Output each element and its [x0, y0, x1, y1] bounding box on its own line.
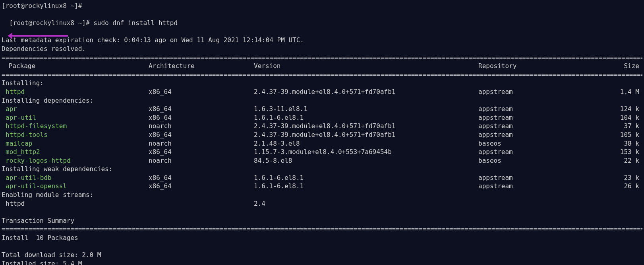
header-package: Package	[2, 62, 149, 70]
package-name: mod_http2	[2, 148, 149, 156]
package-repo: appstream	[478, 131, 580, 139]
package-repo: appstream	[478, 113, 580, 122]
command-text: sudo dnf install httpd	[93, 19, 178, 27]
metadata-line: Last metadata expiration check: 0:04:13 …	[2, 36, 642, 45]
package-size: 1.4 M	[580, 88, 642, 96]
package-arch: x86_64	[149, 182, 254, 191]
package-name: rocky-logos-httpd	[2, 156, 149, 165]
package-size: 124 k	[580, 105, 642, 113]
group-weak: Installing weak dependencies:	[2, 165, 642, 173]
table-row: mailcapnoarch2.1.48-3.el8baseos38 k	[2, 139, 642, 148]
header-arch: Architecture	[149, 62, 254, 70]
package-name: apr-util-bdb	[2, 173, 149, 182]
package-repo: appstream	[478, 122, 580, 131]
package-name: apr-util-openssl	[2, 182, 149, 191]
blank-line	[2, 242, 642, 251]
package-size: 23 k	[580, 173, 642, 182]
package-repo: appstream	[478, 173, 580, 182]
group-streams: Enabling module streams:	[2, 191, 642, 199]
package-repo: appstream	[478, 148, 580, 156]
package-size: 38 k	[580, 139, 642, 148]
package-name: httpd-filesystem	[2, 122, 149, 131]
table-row: rocky-logos-httpdnoarch84.5-8.el8baseos2…	[2, 156, 642, 165]
package-version: 84.5-8.el8	[254, 156, 478, 165]
header-size: Size	[580, 62, 642, 70]
package-repo: appstream	[478, 105, 580, 113]
package-version: 2.4.37-39.module+el8.4.0+571+fd70afb1	[254, 88, 478, 96]
package-arch: noarch	[149, 122, 254, 131]
stream-arch	[149, 199, 254, 208]
package-arch: noarch	[149, 139, 254, 148]
package-size: 105 k	[580, 131, 642, 139]
package-arch: x86_64	[149, 105, 254, 113]
package-name: mailcap	[2, 139, 149, 148]
package-name: apr	[2, 105, 149, 113]
header-repo: Repository	[478, 62, 580, 70]
package-name: apr-util	[2, 113, 149, 122]
prompt-line-1: [root@rockylinux8 ~]#	[2, 2, 82, 10]
package-arch: x86_64	[149, 173, 254, 182]
command-line[interactable]: [root@rockylinux8 ~]# sudo dnf install h…	[2, 10, 642, 36]
package-name: httpd	[2, 88, 149, 96]
group-deps: Installing dependencies:	[2, 96, 642, 105]
package-version: 1.6.1-6.el8.1	[254, 173, 478, 182]
total-download-size: Total download size: 2.0 M	[2, 251, 642, 259]
install-count: Install 10 Packages	[2, 234, 642, 242]
package-arch: noarch	[149, 156, 254, 165]
deps-resolved: Dependencies resolved.	[2, 45, 642, 53]
table-row: apr-utilx86_641.6.1-6.el8.1appstream104 …	[2, 113, 642, 122]
table-row: apr-util-opensslx86_641.6.1-6.el8.1appst…	[2, 182, 642, 191]
table-header: Package Architecture Version Repository …	[2, 62, 642, 70]
package-version: 2.4.37-39.module+el8.4.0+571+fd70afb1	[254, 131, 478, 139]
separator: ========================================…	[2, 70, 642, 79]
package-version: 1.15.7-3.module+el8.4.0+553+7a69454b	[254, 148, 478, 156]
stream-name: httpd	[2, 199, 149, 208]
blank-line	[2, 208, 642, 216]
table-row: aprx86_641.6.3-11.el8.1appstream124 k	[2, 105, 642, 113]
table-row: httpdx86_642.4.37-39.module+el8.4.0+571+…	[2, 88, 642, 96]
package-size: 153 k	[580, 148, 642, 156]
package-size: 26 k	[580, 182, 642, 191]
package-size: 104 k	[580, 113, 642, 122]
package-repo: appstream	[478, 182, 580, 191]
table-row: httpd-toolsx86_642.4.37-39.module+el8.4.…	[2, 131, 642, 139]
group-installing: Installing:	[2, 79, 642, 88]
package-repo: baseos	[478, 139, 580, 148]
package-version: 1.6.1-6.el8.1	[254, 182, 478, 191]
table-row: httpd-filesystemnoarch2.4.37-39.module+e…	[2, 122, 642, 131]
separator: ========================================…	[2, 225, 642, 234]
separator: ========================================…	[2, 53, 642, 62]
package-repo: appstream	[478, 88, 580, 96]
package-size: 22 k	[580, 156, 642, 165]
stream-row: httpd 2.4	[2, 199, 642, 208]
package-version: 1.6.1-6.el8.1	[254, 113, 478, 122]
header-version: Version	[254, 62, 478, 70]
package-repo: baseos	[478, 156, 580, 165]
table-row: mod_http2x86_641.15.7-3.module+el8.4.0+5…	[2, 148, 642, 156]
stream-version: 2.4	[254, 199, 478, 208]
package-size: 37 k	[580, 122, 642, 131]
transaction-summary: Transaction Summary	[2, 216, 642, 225]
package-arch: x86_64	[149, 131, 254, 139]
package-version: 2.1.48-3.el8	[254, 139, 478, 148]
package-arch: x86_64	[149, 113, 254, 122]
package-version: 1.6.3-11.el8.1	[254, 105, 478, 113]
prompt-line-2: [root@rockylinux8 ~]#	[9, 19, 93, 27]
installed-size: Installed size: 5.4 M	[2, 259, 642, 265]
table-row: apr-util-bdbx86_641.6.1-6.el8.1appstream…	[2, 173, 642, 182]
package-arch: x86_64	[149, 148, 254, 156]
package-name: httpd-tools	[2, 131, 149, 139]
package-version: 2.4.37-39.module+el8.4.0+571+fd70afb1	[254, 122, 478, 131]
package-arch: x86_64	[149, 88, 254, 96]
